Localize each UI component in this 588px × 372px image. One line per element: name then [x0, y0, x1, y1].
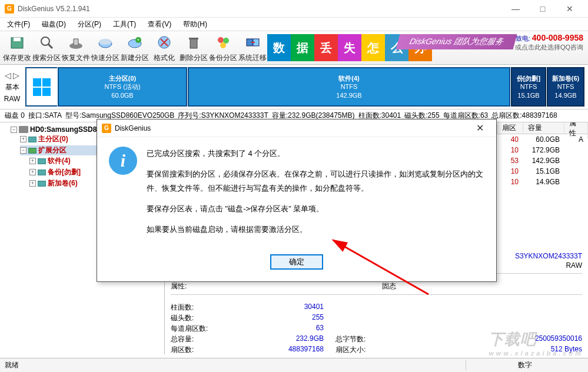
window-title: DiskGenius V5.2.1.941 — [18, 5, 502, 13]
partition-icon — [38, 181, 46, 187]
watermark: 下载吧 www.xiazaiba.com — [489, 329, 583, 357]
disk-type-label: 基本 — [5, 82, 19, 92]
tree-primary[interactable]: 主分区(0) — [38, 134, 68, 144]
format-button-icon — [155, 33, 174, 52]
svg-point-15 — [220, 42, 226, 48]
status-numlock: 数字 — [466, 360, 583, 370]
delete-partition-button-icon — [184, 33, 203, 52]
windows-logo-icon — [25, 67, 57, 107]
status-text: 就绪 — [5, 360, 466, 370]
save-button-icon — [8, 33, 26, 52]
menu-disk[interactable]: 磁盘(D) — [38, 18, 69, 31]
svg-rect-21 — [42, 88, 51, 96]
dialog-app-icon: G — [102, 124, 111, 133]
expand-icon[interactable]: − — [11, 127, 17, 133]
svg-rect-18 — [33, 78, 41, 87]
app-icon: G — [5, 4, 14, 14]
expand-icon[interactable]: + — [29, 158, 36, 164]
svg-point-13 — [218, 37, 224, 43]
migrate-os-button[interactable]: 系统迁移 — [238, 32, 267, 64]
window-titlebar: G DiskGenius V5.2.1.941 — □ ✕ — [0, 0, 588, 18]
partition-icon — [28, 137, 36, 142]
backup-partition-button[interactable]: 备份分区 — [208, 32, 238, 64]
svg-rect-12 — [189, 38, 198, 39]
close-button[interactable]: ✕ — [556, 0, 583, 18]
banner-block: 失 — [338, 34, 361, 61]
svg-text:+: + — [137, 37, 139, 43]
svg-rect-20 — [33, 88, 41, 96]
ok-button[interactable]: 确定 — [270, 254, 323, 270]
quick-partition-button[interactable]: 快速分区 — [91, 32, 120, 64]
partition-block[interactable]: 主分区(0)NTFS (活动)60.0GB — [58, 67, 187, 107]
new-partition-button-icon: + — [125, 33, 144, 52]
migrate-os-button-icon — [243, 33, 262, 52]
banner-phone[interactable]: 致电: 400-008-9958 或点击此处选择QQ咨询 — [515, 33, 583, 52]
svg-rect-19 — [42, 78, 51, 87]
banner-block: 怎 — [361, 34, 385, 61]
format-button[interactable]: 格式化 — [150, 32, 179, 64]
dialog-close-button[interactable]: ✕ — [468, 122, 491, 134]
maximize-button[interactable]: □ — [529, 0, 556, 18]
menu-help[interactable]: 帮助(H) — [180, 18, 211, 31]
partition-block[interactable]: 软件(4)NTFS142.9GB — [188, 67, 510, 107]
info-dialog: G DiskGenius ✕ i 已完成分区搜索，共搜索到了 4 个分区。 要保… — [97, 119, 497, 282]
banner-block: 据 — [291, 34, 314, 61]
menubar: 文件(F) 磁盘(D) 分区(P) 工具(T) 查看(V) 帮助(H) — [0, 18, 588, 31]
backup-partition-button-icon — [214, 33, 232, 52]
expand-icon[interactable]: + — [20, 136, 26, 142]
recover-files-button[interactable]: 恢复文件 — [61, 32, 91, 64]
menu-view[interactable]: 查看(V) — [144, 18, 175, 31]
partition-icon — [38, 158, 46, 164]
tree-ext[interactable]: 扩展分区 — [38, 145, 67, 155]
partition-icon — [28, 148, 36, 154]
banner-block: 丢 — [314, 34, 338, 61]
partition-icon — [38, 170, 46, 175]
info-icon: i — [109, 147, 137, 175]
quick-partition-button-icon — [96, 33, 115, 52]
disk-map: ◁ ▷ 基本 RAW 主分区(0)NTFS (活动)60.0GB软件(4)NTF… — [0, 65, 588, 109]
svg-point-6 — [99, 39, 112, 45]
tree-disk[interactable]: HD0:SamsungSSD860 — [30, 125, 105, 134]
tree-item[interactable]: 新加卷(6) — [48, 178, 78, 188]
toolbar: 保存更改搜索分区恢复文件快速分区+新建分区格式化删除分区备份分区系统迁移 数据丢… — [0, 31, 588, 65]
dialog-title: DiskGenius — [115, 124, 468, 132]
disk-raw-label: RAW — [4, 95, 21, 103]
tree-item[interactable]: 软件(4) — [48, 156, 71, 166]
statusbar: 就绪 数字 — [0, 358, 588, 372]
banner-block: 数 — [267, 34, 291, 61]
expand-icon[interactable]: − — [20, 147, 26, 154]
expand-icon[interactable]: + — [29, 180, 36, 187]
property-row: 柱面数:30401 — [171, 303, 582, 313]
search-partition-button[interactable]: 搜索分区 — [32, 32, 61, 64]
menu-file[interactable]: 文件(F) — [4, 18, 34, 31]
svg-line-3 — [48, 44, 52, 48]
svg-rect-11 — [190, 39, 197, 48]
svg-rect-1 — [14, 38, 21, 41]
delete-partition-button[interactable]: 删除分区 — [179, 32, 208, 64]
partition-block[interactable]: 新加卷(6)NTFS14.9GB — [547, 67, 584, 107]
partition-block[interactable]: 份[勿删]NTFS15.1GB — [511, 67, 546, 107]
menu-tools[interactable]: 工具(T) — [109, 18, 139, 31]
disk-icon — [19, 126, 28, 133]
search-partition-button-icon — [37, 33, 56, 52]
dialog-message: 已完成分区搜索，共搜索到了 4 个分区。 要保留搜索到的分区，必须保存分区表。在… — [147, 147, 484, 243]
new-partition-button[interactable]: +新建分区 — [120, 32, 150, 64]
expand-icon[interactable]: + — [29, 169, 36, 175]
ad-banner: 数据丢失怎么办 DiskGenius 团队为您服务 致电: 400-008-99… — [267, 32, 586, 64]
svg-point-2 — [41, 37, 49, 45]
tree-item[interactable]: 备份[勿删] — [48, 167, 81, 177]
property-row: 磁头数:255 — [171, 313, 582, 324]
recover-files-button-icon — [67, 33, 85, 52]
save-button[interactable]: 保存更改 — [2, 32, 32, 64]
banner-ribbon: DiskGenius 团队为您服务 — [396, 34, 517, 49]
menu-partition[interactable]: 分区(P) — [74, 18, 105, 31]
minimize-button[interactable]: — — [502, 0, 529, 18]
nav-arrows[interactable]: ◁ ▷ — [5, 71, 20, 80]
